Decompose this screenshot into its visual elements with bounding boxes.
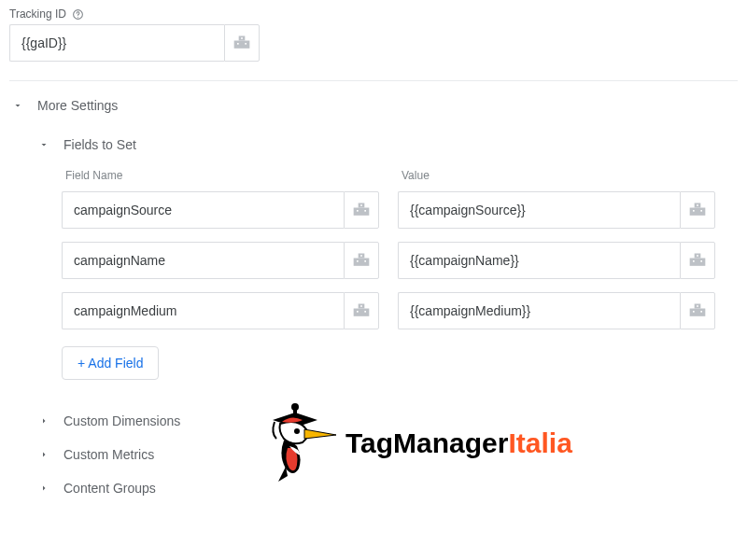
divider — [9, 80, 738, 81]
svg-rect-20 — [697, 305, 698, 307]
custom-metrics-toggle[interactable]: Custom Metrics — [35, 438, 738, 471]
field-name-input[interactable] — [62, 242, 344, 279]
chevron-down-icon — [9, 100, 26, 111]
variable-picker-button[interactable] — [224, 24, 260, 62]
field-name-input[interactable] — [62, 292, 344, 329]
field-value-input[interactable] — [398, 292, 680, 329]
brick-icon — [688, 253, 707, 268]
brick-icon — [233, 35, 251, 50]
custom-dimensions-toggle[interactable]: Custom Dimensions — [35, 404, 738, 438]
variable-picker-button[interactable] — [680, 191, 715, 229]
fields-to-set-toggle[interactable]: Fields to Set — [35, 133, 738, 156]
svg-rect-11 — [360, 255, 362, 257]
variable-picker-button[interactable] — [344, 191, 379, 229]
field-row — [62, 292, 738, 329]
svg-rect-7 — [364, 210, 366, 212]
svg-rect-13 — [364, 260, 366, 262]
svg-rect-17 — [360, 305, 362, 307]
svg-rect-21 — [693, 311, 695, 313]
svg-rect-22 — [700, 311, 702, 313]
field-name-header: Field Name — [62, 169, 379, 182]
svg-rect-2 — [241, 37, 243, 39]
svg-rect-3 — [237, 43, 239, 45]
svg-rect-5 — [360, 204, 362, 206]
value-header: Value — [398, 169, 715, 182]
variable-picker-button[interactable] — [344, 292, 379, 329]
svg-rect-19 — [364, 311, 366, 313]
svg-rect-6 — [357, 210, 359, 212]
variable-picker-button[interactable] — [344, 242, 379, 279]
chevron-right-icon — [35, 449, 52, 460]
svg-rect-15 — [693, 260, 695, 262]
brick-icon — [352, 203, 371, 217]
svg-rect-14 — [697, 255, 698, 257]
chevron-right-icon — [35, 415, 52, 427]
fields-to-set-label: Fields to Set — [63, 137, 136, 152]
add-field-button[interactable]: + Add Field — [62, 346, 159, 380]
svg-point-1 — [78, 16, 78, 17]
brick-icon — [688, 203, 707, 217]
chevron-right-icon — [35, 483, 52, 494]
svg-rect-9 — [693, 210, 695, 212]
svg-rect-12 — [357, 260, 359, 262]
svg-rect-18 — [357, 311, 359, 313]
more-settings-label: More Settings — [37, 98, 118, 113]
variable-picker-button[interactable] — [680, 292, 715, 329]
variable-picker-button[interactable] — [680, 242, 715, 279]
field-row — [62, 191, 738, 229]
brick-icon — [352, 253, 371, 268]
content-groups-label: Content Groups — [63, 481, 156, 496]
custom-dimensions-label: Custom Dimensions — [63, 413, 180, 428]
more-settings-toggle[interactable]: More Settings — [9, 94, 738, 117]
svg-rect-16 — [700, 260, 702, 262]
svg-rect-8 — [697, 204, 698, 206]
brick-icon — [688, 303, 707, 318]
chevron-down-icon — [35, 139, 52, 150]
content-groups-toggle[interactable]: Content Groups — [35, 471, 738, 505]
svg-rect-10 — [700, 210, 702, 212]
custom-metrics-label: Custom Metrics — [63, 447, 154, 462]
tracking-id-input[interactable] — [9, 24, 224, 62]
field-value-input[interactable] — [398, 242, 680, 279]
svg-rect-4 — [245, 43, 247, 45]
tracking-id-label: Tracking ID — [9, 7, 66, 21]
field-value-input[interactable] — [398, 191, 680, 229]
field-name-input[interactable] — [62, 191, 344, 229]
brick-icon — [352, 303, 371, 318]
help-icon[interactable] — [72, 8, 84, 21]
field-row — [62, 242, 738, 279]
